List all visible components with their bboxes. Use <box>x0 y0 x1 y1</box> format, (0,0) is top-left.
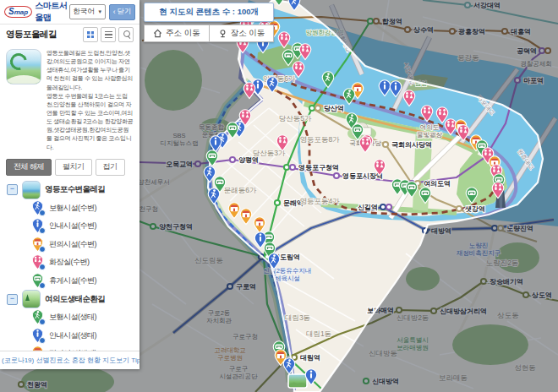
edit-badge-icon <box>39 337 46 344</box>
panel-header: Smap 스마트서울맵 한국어▼ ‹닫기 <box>0 0 140 24</box>
search-icon <box>123 30 130 37</box>
map-label: 당산동3가 <box>253 149 286 157</box>
map-label: 여의도 <box>420 123 440 131</box>
edit-badge-icon <box>39 264 46 270</box>
layer-item-row[interactable]: 편의시설(생태) <box>31 345 140 351</box>
content-count-badge: 현 지도의 콘텐츠 수 : 100개 <box>144 3 274 22</box>
edit-badge-icon <box>39 246 46 253</box>
layer-item-label: 보행시설(수변) <box>49 203 96 214</box>
layer-item-label: 화장실(수변) <box>49 257 90 268</box>
grid-icon <box>87 31 94 38</box>
group-label: 영등포수변올레길 <box>45 184 105 195</box>
svg-text:당산역: 당산역 <box>324 105 344 112</box>
page-title: 영등포올레길 <box>6 29 57 41</box>
walkg-pin-icon <box>31 309 44 325</box>
course-thumbnail <box>6 49 41 84</box>
group-label: 여의도생태순환길 <box>45 294 105 305</box>
toilet-pin-icon <box>31 254 44 270</box>
covid-map-link[interactable]: (코로나19) 선별진료소 혼잡 현황 지도보기 Tip(... <box>0 351 140 369</box>
edit-badge-icon <box>39 210 46 216</box>
svg-text:영등포구청역: 영등포구청역 <box>298 164 339 172</box>
layer-panel: Smap 스마트서울맵 한국어▼ ‹닫기 영등포올레길 영등포올레길은 도림천,… <box>0 0 140 369</box>
place-pin-icon <box>218 29 227 38</box>
conv-pin-icon <box>31 237 44 253</box>
grid-view-button[interactable] <box>83 27 98 42</box>
map-marker-photo[interactable] <box>288 374 307 388</box>
edit-badge-icon <box>39 318 46 325</box>
map-label: 대림1동 <box>306 329 331 338</box>
layer-group-row[interactable]: −여의도생태순환길 <box>7 290 140 308</box>
layer-item-label: 편의시설(수변) <box>49 239 96 250</box>
group-thumbnail <box>22 290 41 308</box>
svg-text:국회의사당역: 국회의사당역 <box>391 141 432 149</box>
edit-badge-icon <box>39 282 46 289</box>
station-영등포구청역: 영등포구청역 <box>284 164 339 172</box>
layer-item-label: 보행시설(생태) <box>49 312 96 323</box>
move-to-address-button[interactable]: 주소 이동 <box>144 24 210 42</box>
app-title: 스마트서울맵 <box>35 0 69 24</box>
map-label: 대림3동 <box>285 313 310 322</box>
map-label: 영등포동4가 <box>299 197 340 205</box>
group-thumbnail <box>22 181 41 199</box>
map-label: 물빛광장 <box>417 131 443 139</box>
tab-2[interactable]: 접기 <box>96 159 125 176</box>
layer-item-row[interactable]: 편의시설(수변) <box>31 236 140 254</box>
layer-item-row[interactable]: 안내시설(수변) <box>31 217 140 236</box>
svg-text:영등포시장역: 영등포시장역 <box>342 172 383 180</box>
rest-pin-icon <box>31 273 44 289</box>
layer-tree: −영등포수변올레길보행시설(수변)안내시설(수변)편의시설(수변)화장실(수변)… <box>0 179 140 351</box>
chevron-down-icon: ▼ <box>97 9 102 14</box>
smap-logo[interactable]: Smap <box>4 6 32 18</box>
map-label: 당산동5가 <box>279 114 312 122</box>
collapse-icon[interactable]: − <box>7 294 18 305</box>
map-label: 영등포동8가 <box>299 135 340 144</box>
layer-item-row[interactable]: 보행시설(생태) <box>31 308 140 327</box>
conv-pin-icon <box>31 346 44 351</box>
list-view-button[interactable] <box>101 27 116 42</box>
svg-text:샛강역: 샛강역 <box>464 205 485 213</box>
map-label: 문래동6가 <box>224 186 257 194</box>
svg-text:대림역: 대림역 <box>300 354 320 362</box>
tab-0[interactable]: 전체 해제 <box>6 159 52 176</box>
layer-tabs: 전체 해제펼치기접기 <box>0 155 140 179</box>
app-window: 당산역영등포구청역영등포시장역양평역오목교역문래역신도림역구로역대림역여의도역국… <box>0 0 558 392</box>
layer-item-label: 안내시설(생태) <box>49 330 96 341</box>
edit-badge-icon <box>39 227 46 234</box>
layer-item-row[interactable]: 휴게시설(수변) <box>31 272 140 291</box>
close-panel-button[interactable]: ‹닫기 <box>109 4 135 20</box>
info-pin-icon <box>31 328 44 344</box>
svg-text:신길역: 신길역 <box>358 204 378 211</box>
chevron-left-icon: ‹ <box>113 8 116 16</box>
course-description: 영등포올레길은 도림천,안양천,샛강,여의도공원으로 이어지는 자연생태휴식,여… <box>46 49 134 152</box>
svg-text:여의도역: 여의도역 <box>424 180 451 188</box>
layer-item-label: 안내시설(수변) <box>49 220 96 231</box>
layer-item-label: 휴게시설(수변) <box>49 275 96 286</box>
list-icon <box>105 31 112 38</box>
walkb-pin-icon <box>31 200 44 216</box>
home-icon <box>153 29 162 38</box>
move-to-place-button[interactable]: 장소 이동 <box>210 24 275 42</box>
search-button[interactable] <box>118 27 134 42</box>
layer-item-row[interactable]: 화장실(수변) <box>31 253 140 272</box>
tab-1[interactable]: 펼치기 <box>55 159 92 176</box>
layer-group-row[interactable]: −영등포수변올레길 <box>7 181 140 199</box>
svg-text:양평역: 양평역 <box>238 156 259 164</box>
map-label: 체육시설 <box>275 275 300 282</box>
layer-item-row[interactable]: 안내시설(생태) <box>31 327 140 346</box>
language-select[interactable]: 한국어▼ <box>69 4 106 19</box>
layer-item-row[interactable]: 보행시설(수변) <box>31 199 140 218</box>
info-pin-icon <box>31 218 44 234</box>
collapse-icon[interactable]: − <box>7 184 18 195</box>
